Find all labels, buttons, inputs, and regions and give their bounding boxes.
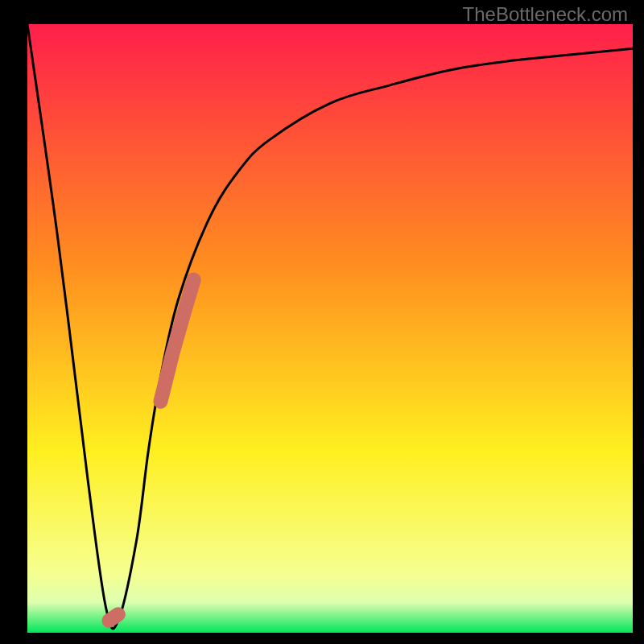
plot-background xyxy=(27,24,633,633)
chart-frame: TheBottleneck.com xyxy=(0,0,644,644)
dip-marker xyxy=(109,614,118,621)
watermark-text: TheBottleneck.com xyxy=(463,3,628,26)
bottleneck-chart xyxy=(0,0,644,644)
